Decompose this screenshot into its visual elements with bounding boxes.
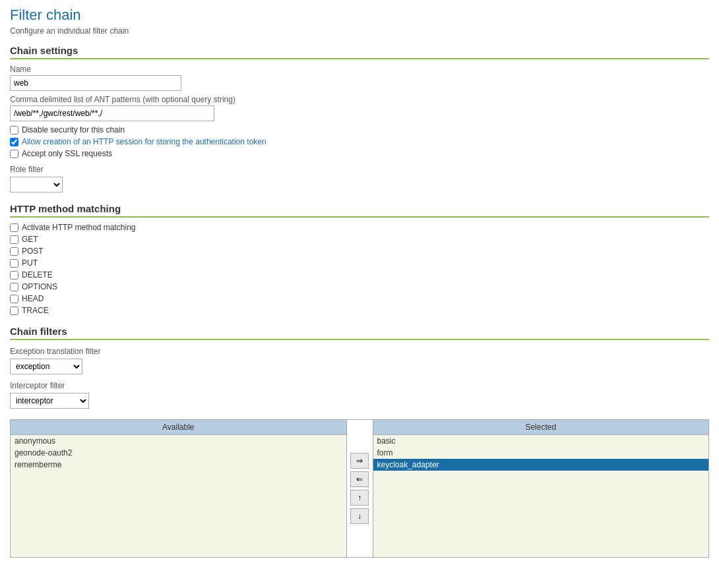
delete-row: DELETE <box>10 270 709 279</box>
put-label: PUT <box>22 258 38 268</box>
patterns-input[interactable] <box>10 105 214 121</box>
transfer-section: Available anonymous geonode-oauth2 remem… <box>10 419 709 558</box>
options-label: OPTIONS <box>22 282 57 291</box>
post-label: POST <box>22 247 44 256</box>
allow-http-checkbox[interactable] <box>10 138 18 146</box>
list-item[interactable]: anonymous <box>11 435 346 447</box>
trace-label: TRACE <box>22 306 49 315</box>
list-item[interactable]: keycloak_adapter <box>373 459 709 471</box>
role-filter-label: Role filter <box>10 165 709 174</box>
trace-row: TRACE <box>10 306 709 315</box>
put-row: PUT <box>10 258 709 268</box>
transfer-buttons: ⇒ ⇐ ↑ ↓ <box>347 420 373 557</box>
post-row: POST <box>10 247 709 256</box>
disable-security-checkbox[interactable] <box>10 126 18 134</box>
move-right-button[interactable]: ⇒ <box>350 453 369 469</box>
accept-ssl-checkbox[interactable] <box>10 150 18 158</box>
interceptor-select[interactable]: interceptor other <box>10 393 89 409</box>
move-up-button[interactable]: ↑ <box>350 490 369 506</box>
delete-checkbox[interactable] <box>10 271 18 279</box>
head-row: HEAD <box>10 294 709 303</box>
allow-http-label: Allow creation of an HTTP session for st… <box>22 137 266 146</box>
chain-settings-section: Chain settings Name Comma delimited list… <box>10 45 709 192</box>
list-item[interactable]: geonode-oauth2 <box>11 447 346 459</box>
get-row: GET <box>10 235 709 244</box>
name-label: Name <box>10 65 709 74</box>
post-checkbox[interactable] <box>10 247 18 256</box>
interceptor-label: Interceptor filter <box>10 381 709 390</box>
head-label: HEAD <box>22 294 44 303</box>
accept-ssl-row: Accept only SSL requests <box>10 149 709 158</box>
move-down-button[interactable]: ↓ <box>350 508 369 524</box>
trace-checkbox[interactable] <box>10 307 18 315</box>
activate-http-row: Activate HTTP method matching <box>10 223 709 232</box>
list-item[interactable]: basic <box>373 435 709 447</box>
page-subtitle: Configure an individual filter chain <box>10 26 709 36</box>
available-list-container: Available anonymous geonode-oauth2 remem… <box>11 420 347 557</box>
list-item[interactable]: rememberme <box>11 459 346 471</box>
selected-list-container: Selected basic form keycloak_adapter <box>373 420 709 557</box>
activate-http-checkbox[interactable] <box>10 223 18 232</box>
get-checkbox[interactable] <box>10 235 18 244</box>
chain-settings-header: Chain settings <box>10 45 709 59</box>
options-checkbox[interactable] <box>10 283 18 291</box>
disable-security-label: Disable security for this chain <box>22 125 125 134</box>
exception-select[interactable]: exception other <box>10 359 82 374</box>
list-item[interactable]: form <box>373 447 709 459</box>
activate-http-label: Activate HTTP method matching <box>22 223 136 232</box>
exception-label: Exception translation filter <box>10 347 709 356</box>
name-input[interactable] <box>10 75 181 91</box>
page-title: Filter chain <box>10 7 709 24</box>
http-method-header: HTTP method matching <box>10 203 709 218</box>
put-checkbox[interactable] <box>10 259 18 268</box>
delete-label: DELETE <box>22 270 53 279</box>
role-filter-select[interactable]: ROLE_ADMIN ROLE_USER <box>10 177 63 192</box>
options-row: OPTIONS <box>10 282 709 291</box>
allow-http-link[interactable]: Allow creation of an HTTP session for st… <box>22 137 266 146</box>
head-checkbox[interactable] <box>10 295 18 303</box>
patterns-label: Comma delimited list of ANT patterns (wi… <box>10 95 709 104</box>
available-items-list: anonymous geonode-oauth2 rememberme <box>11 435 346 557</box>
move-left-button[interactable]: ⇐ <box>350 471 369 487</box>
selected-header: Selected <box>373 420 709 435</box>
http-method-section: HTTP method matching Activate HTTP metho… <box>10 203 709 315</box>
selected-items-list: basic form keycloak_adapter <box>373 435 709 557</box>
get-label: GET <box>22 235 38 244</box>
accept-ssl-label: Accept only SSL requests <box>22 149 112 158</box>
allow-http-row: Allow creation of an HTTP session for st… <box>10 137 709 146</box>
disable-security-row: Disable security for this chain <box>10 125 709 134</box>
chain-filters-section: Chain filters Exception translation filt… <box>10 326 709 409</box>
chain-filters-header: Chain filters <box>10 326 709 340</box>
available-header: Available <box>11 420 346 435</box>
